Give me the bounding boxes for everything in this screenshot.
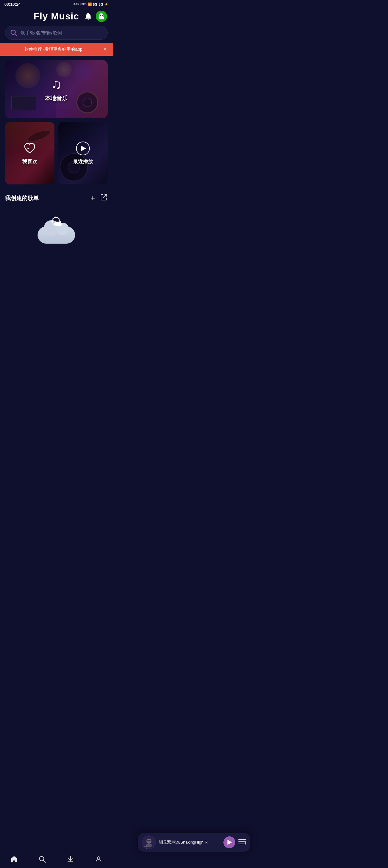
- app-title: Fly Music: [33, 11, 79, 22]
- heart-icon: [23, 142, 37, 155]
- banner-close-button[interactable]: ×: [102, 46, 108, 53]
- status-time: 03:10:24: [4, 2, 21, 7]
- my-playlists-title: 我创建的歌单: [5, 194, 39, 202]
- notification-bell-icon[interactable]: [84, 12, 93, 21]
- playlist-empty-area: 🌤: [0, 206, 112, 269]
- svg-line-9: [103, 194, 107, 198]
- search-placeholder-text: 歌手/歌名/专辑/歌词: [20, 30, 62, 36]
- search-icon: [10, 29, 17, 36]
- favorites-card[interactable]: 我喜欢: [5, 122, 55, 184]
- status-icons: 0.15 KB/S 📶 5G 5G ⚡: [73, 2, 108, 6]
- signal1-icon: 5G: [93, 2, 98, 6]
- export-playlist-button[interactable]: [100, 193, 108, 203]
- svg-point-6: [100, 16, 102, 17]
- svg-line-8: [15, 34, 17, 36]
- music-note-icon: ♫: [51, 76, 62, 92]
- header: Fly Music: [0, 8, 112, 26]
- local-music-card[interactable]: ♫ 本地音乐: [5, 60, 108, 118]
- play-circle-icon: [76, 142, 90, 155]
- add-playlist-button[interactable]: +: [90, 193, 95, 203]
- playlist-actions: +: [90, 193, 108, 203]
- svg-point-4: [100, 15, 101, 16]
- favorites-label: 我喜欢: [22, 158, 37, 165]
- banner-text: 软件推荐~发现更多好用的app: [5, 46, 102, 52]
- promo-banner[interactable]: 软件推荐~发现更多好用的app ×: [0, 43, 112, 56]
- cards-section: ♫ 本地音乐 我喜欢: [0, 60, 112, 184]
- local-music-card-content: ♫ 本地音乐: [5, 60, 108, 118]
- status-bar: 03:10:24 0.15 KB/S 📶 5G 5G ⚡: [0, 0, 112, 8]
- favorites-card-content: 我喜欢: [5, 122, 55, 184]
- local-music-label: 本地音乐: [45, 95, 68, 102]
- battery-icon: ⚡: [104, 2, 108, 6]
- wifi-icon: 📶: [88, 2, 92, 6]
- qq-avatar-icon[interactable]: [96, 11, 107, 22]
- header-icons: [84, 11, 107, 22]
- recent-played-card[interactable]: 最近播放: [58, 122, 108, 184]
- cloud-decoration: [37, 226, 75, 244]
- sun-icon: 🌤: [51, 215, 62, 228]
- search-bar[interactable]: 歌手/歌名/专辑/歌词: [5, 26, 108, 40]
- recent-played-card-content: 最近播放: [58, 122, 108, 184]
- weather-widget: 🌤: [37, 215, 75, 244]
- recent-played-label: 最近播放: [73, 158, 93, 165]
- svg-point-5: [102, 15, 103, 16]
- cards-row: 我喜欢 最近播放: [5, 122, 108, 184]
- signal2-icon: 5G: [99, 2, 103, 6]
- my-playlists-header: 我创建的歌单 +: [0, 188, 112, 206]
- network-speed: 0.15 KB/S: [73, 2, 87, 6]
